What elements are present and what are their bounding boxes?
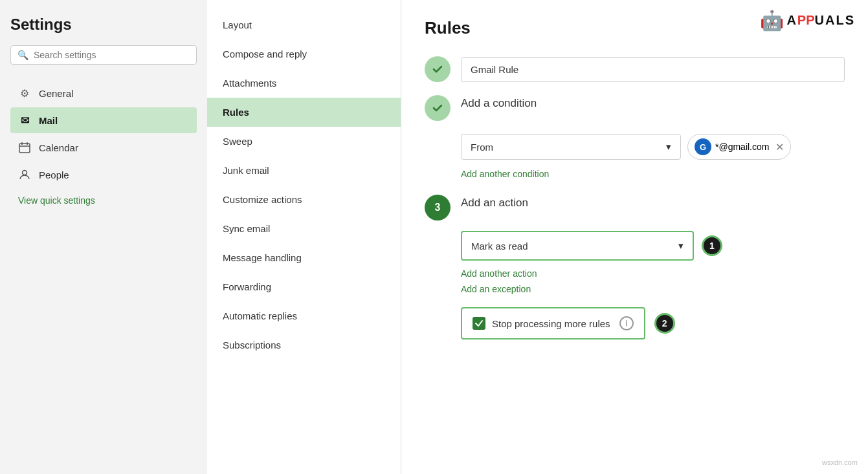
middle-menu: Layout Compose and reply Attachments Rul… xyxy=(207,0,401,474)
menu-item-message-handling[interactable]: Message handling xyxy=(207,243,401,272)
gmail-chip: G *@gmail.com ✕ xyxy=(687,134,791,160)
menu-item-rules[interactable]: Rules xyxy=(207,98,401,127)
svg-rect-0 xyxy=(19,144,30,153)
condition-check-circle xyxy=(425,95,451,121)
numbered-badge-2: 2 xyxy=(654,313,675,334)
svg-point-4 xyxy=(23,171,27,175)
appuals-rest-text: UALS xyxy=(815,13,855,28)
sidebar-item-general-label: General xyxy=(39,88,73,99)
stop-processing-row: Stop processing more rules i 2 xyxy=(461,307,845,339)
menu-item-attachments[interactable]: Attachments xyxy=(207,69,401,98)
sidebar-item-calendar-label: Calendar xyxy=(39,142,78,153)
from-dropdown[interactable]: From ▾ xyxy=(461,134,681,160)
mail-icon: ✉ xyxy=(18,114,31,127)
chip-close-button[interactable]: ✕ xyxy=(775,141,784,153)
gear-icon: ⚙ xyxy=(18,87,31,100)
calendar-icon xyxy=(18,141,31,154)
rule-name-check-circle xyxy=(425,56,451,82)
search-settings-input[interactable] xyxy=(34,50,190,60)
stop-processing-label: Stop processing more rules xyxy=(492,318,610,329)
action-dropdown-value: Mark as read xyxy=(471,241,528,252)
search-icon: 🔍 xyxy=(17,50,28,60)
main-content: 🤖 A PP UALS Rules Add a condition From ▾ xyxy=(401,0,868,474)
search-box[interactable]: 🔍 xyxy=(10,45,197,65)
action-dropdown[interactable]: Mark as read ▾ xyxy=(461,231,694,261)
sidebar-item-mail[interactable]: ✉ Mail xyxy=(10,107,197,133)
menu-item-compose-reply[interactable]: Compose and reply xyxy=(207,39,401,69)
sidebar-item-mail-label: Mail xyxy=(39,115,58,126)
sidebar-title: Settings xyxy=(10,16,197,34)
menu-item-sync-email[interactable]: Sync email xyxy=(207,214,401,243)
stop-processing-checkbox[interactable] xyxy=(473,317,485,330)
appuals-p-text: PP xyxy=(797,13,815,28)
menu-item-sweep[interactable]: Sweep xyxy=(207,127,401,156)
from-dropdown-value: From xyxy=(471,142,493,153)
from-dropdown-chevron: ▾ xyxy=(666,141,671,153)
appuals-logo: 🤖 A PP UALS xyxy=(760,9,855,32)
condition-dropdown-row: From ▾ G *@gmail.com ✕ xyxy=(461,134,845,160)
view-quick-settings-link[interactable]: View quick settings xyxy=(10,190,197,211)
add-exception-link[interactable]: Add an exception xyxy=(461,284,845,294)
action-dropdown-chevron: ▾ xyxy=(678,240,684,252)
stop-processing-box[interactable]: Stop processing more rules i xyxy=(461,307,645,339)
menu-item-forwarding[interactable]: Forwarding xyxy=(207,272,401,301)
sidebar: Settings 🔍 ⚙ General ✉ Mail Calendar xyxy=(0,0,207,474)
appuals-text: A xyxy=(786,13,797,28)
add-another-action-link[interactable]: Add another action xyxy=(461,268,845,279)
rule-name-input[interactable] xyxy=(461,57,845,82)
sidebar-item-people[interactable]: People xyxy=(10,162,197,188)
numbered-badge-1: 1 xyxy=(702,235,722,256)
sidebar-item-people-label: People xyxy=(39,169,69,180)
sidebar-item-general[interactable]: ⚙ General xyxy=(10,80,197,106)
people-icon xyxy=(18,168,31,181)
action-header-row: 3 Add an action xyxy=(425,195,845,221)
rule-name-row xyxy=(425,56,845,82)
action-step-circle: 3 xyxy=(425,195,451,221)
gmail-avatar: G xyxy=(695,138,711,155)
add-another-condition-link[interactable]: Add another condition xyxy=(461,169,845,179)
menu-item-layout[interactable]: Layout xyxy=(207,10,401,39)
condition-header-row: Add a condition xyxy=(425,95,845,121)
sidebar-item-calendar[interactable]: Calendar xyxy=(10,135,197,160)
menu-item-junk-email[interactable]: Junk email xyxy=(207,156,401,185)
action-dropdown-wrapper: Mark as read ▾ 1 xyxy=(461,231,845,261)
menu-item-customize-actions[interactable]: Customize actions xyxy=(207,185,401,214)
menu-item-automatic-replies[interactable]: Automatic replies xyxy=(207,301,401,330)
menu-item-subscriptions[interactable]: Subscriptions xyxy=(207,330,401,360)
add-condition-label: Add a condition xyxy=(461,97,537,110)
gmail-chip-value: *@gmail.com xyxy=(715,142,769,152)
appuals-robot-icon: 🤖 xyxy=(760,9,784,32)
add-action-label: Add an action xyxy=(461,197,528,210)
info-icon[interactable]: i xyxy=(619,316,634,330)
watermark: wsxdn.com xyxy=(822,458,858,466)
